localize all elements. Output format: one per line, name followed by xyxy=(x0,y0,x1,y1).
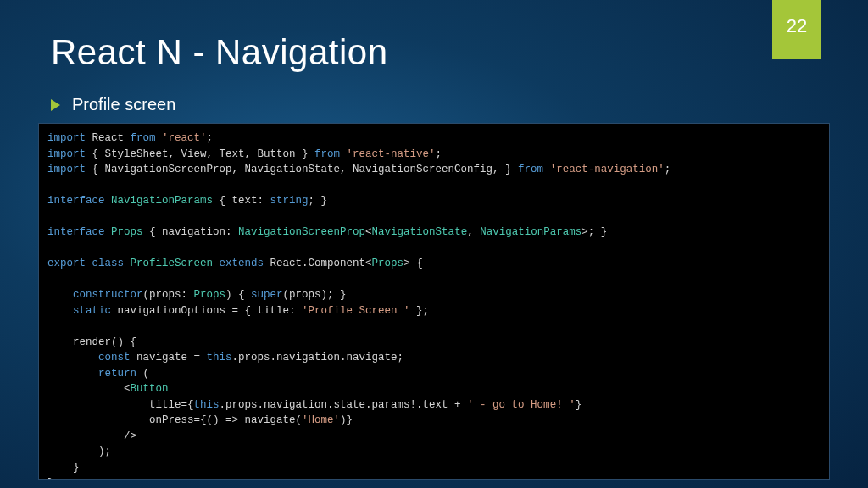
code-token: ; xyxy=(207,132,214,144)
code-token: React xyxy=(86,132,131,144)
code-token: constructor xyxy=(73,289,143,301)
code-token: } xyxy=(47,462,80,474)
slide-title: React N - Navigation xyxy=(51,32,388,73)
code-token: 'Profile Screen ' xyxy=(302,305,410,317)
code-token: )} xyxy=(340,414,353,426)
code-token: class xyxy=(86,258,124,269)
code-token: ' - go to Home! ' xyxy=(467,399,576,411)
code-token: interface xyxy=(47,195,105,207)
code-token: React.Component< xyxy=(264,258,372,269)
code-token: export xyxy=(47,258,86,269)
code-token: ; xyxy=(436,148,442,160)
code-token: Props xyxy=(194,289,226,301)
code-token: render() { xyxy=(47,336,136,348)
code-token: this xyxy=(207,352,232,363)
code-token: >; } xyxy=(581,226,607,238)
code-token: 'Home' xyxy=(302,414,340,426)
code-token: Props xyxy=(372,258,404,269)
code-token: .props.navigation.navigate; xyxy=(232,352,404,363)
code-token: ; xyxy=(665,164,671,175)
code-token: Button xyxy=(131,383,169,395)
code-token: from xyxy=(518,164,543,175)
code-token: ProfileScreen xyxy=(124,258,213,269)
code-token: < xyxy=(47,383,131,395)
code-snippet: import React from 'react'; import { Styl… xyxy=(38,123,830,480)
code-token: super xyxy=(251,289,283,301)
code-token: import xyxy=(47,132,86,144)
code-token: navigationOptions = { title: xyxy=(111,305,302,317)
code-token: this xyxy=(194,399,220,411)
code-token: > { xyxy=(403,258,423,269)
code-token: < xyxy=(365,226,372,238)
code-token: } xyxy=(576,399,582,411)
code-token: return xyxy=(98,368,136,380)
code-token: ); xyxy=(47,446,111,458)
code-token: NavigationParams xyxy=(480,226,581,238)
code-token: 'react-navigation' xyxy=(543,164,665,175)
code-token: 'react' xyxy=(156,132,207,144)
code-token: } xyxy=(47,477,54,480)
code-token xyxy=(47,289,73,301)
code-token: .props.navigation.state.params!.text + xyxy=(220,399,468,411)
code-token: import xyxy=(47,148,86,160)
code-token: 'react-native' xyxy=(340,148,436,160)
code-token: ) { xyxy=(225,289,251,301)
bullet-text: Profile screen xyxy=(72,95,175,114)
code-token: (props); } xyxy=(283,289,347,301)
code-token: { StyleSheet, View, Text, Button } xyxy=(86,148,314,160)
code-token: import xyxy=(47,164,86,175)
code-token: { NavigationScreenProp, NavigationState,… xyxy=(86,164,518,175)
code-token: from xyxy=(131,132,156,144)
code-token: string xyxy=(270,195,309,207)
code-token: Props xyxy=(105,226,143,238)
code-token: , xyxy=(467,226,480,238)
code-token: onPress={() => navigate( xyxy=(47,414,302,426)
code-token xyxy=(47,305,73,317)
code-token: interface xyxy=(47,226,105,238)
code-token: static xyxy=(73,305,111,317)
triangle-right-icon xyxy=(51,99,60,111)
code-token: NavigationParams xyxy=(105,195,214,207)
code-token xyxy=(47,352,98,363)
code-token: NavigationState xyxy=(372,226,468,238)
code-token: (props: xyxy=(143,289,194,301)
code-token: const xyxy=(98,352,131,363)
code-token: /> xyxy=(47,430,136,442)
code-token: navigate = xyxy=(131,352,207,363)
code-token: from xyxy=(314,148,340,160)
code-token: { navigation: xyxy=(143,226,239,238)
code-token xyxy=(47,368,98,380)
code-token: NavigationScreenProp xyxy=(238,226,365,238)
code-token: ; } xyxy=(309,195,328,207)
bullet-item: Profile screen xyxy=(51,95,175,114)
page-number-badge: 22 xyxy=(772,0,821,59)
code-token: extends xyxy=(213,258,264,269)
code-token: title={ xyxy=(47,399,194,411)
code-token: ( xyxy=(136,368,149,380)
code-token: { text: xyxy=(213,195,270,207)
code-token: }; xyxy=(410,305,430,317)
